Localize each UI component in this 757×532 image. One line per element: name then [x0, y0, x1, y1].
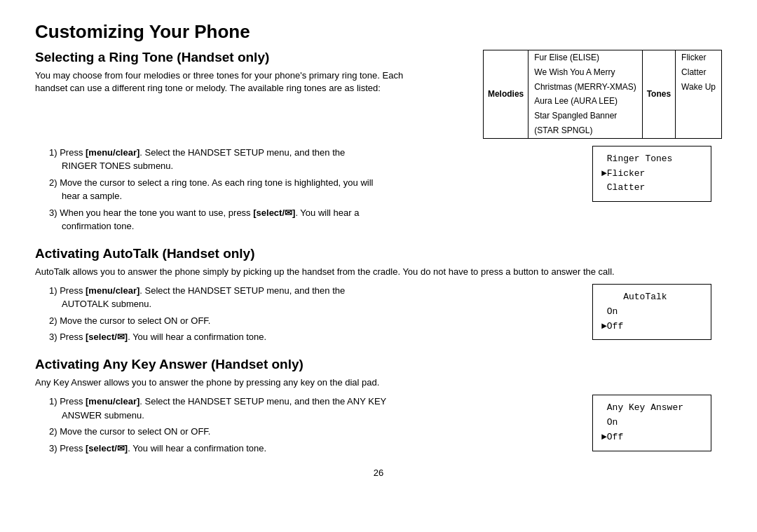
lcd-line: ►Flicker — [601, 167, 702, 182]
section-ring-tone: Selecting a Ring Tone (Handset only) You… — [35, 50, 722, 236]
lcd-line: Any Key Answer — [601, 401, 702, 416]
section-autotalk: Activating AutoTalk (Handset only) AutoT… — [35, 246, 722, 347]
step-item: 2) Move the cursor to select ON or OFF. — [49, 425, 435, 439]
page-title: Customizing Your Phone — [35, 21, 722, 43]
tone-item: Flicker — [676, 50, 721, 65]
lcd-line: Ringer Tones — [601, 152, 702, 167]
section1-intro: You may choose from four melodies or thr… — [35, 69, 435, 95]
lcd-line: On — [601, 416, 702, 430]
tones-items: Flicker Clatter Wake Up — [676, 50, 721, 138]
section3-lcd-aside: Any Key Answer On ►Off — [592, 395, 722, 451]
section2-heading: Activating AutoTalk (Handset only) — [35, 246, 722, 261]
lcd-line: ►Off — [601, 430, 702, 445]
lcd-line: AutoTalk — [601, 290, 702, 305]
section1-steps: 1) Press [menu/clear]. Select the HANDSE… — [35, 146, 435, 233]
lcd-line: ►Off — [601, 320, 702, 334]
melodies-tones-table: Melodies Fur Elise (ELISE) We Wish You A… — [483, 50, 722, 139]
section2-lcd-aside: AutoTalk On ►Off — [592, 284, 722, 340]
tones-label: Tones — [643, 50, 676, 138]
section-any-key-answer: Activating Any Key Answer (Handset only)… — [35, 357, 722, 458]
page-number: 26 — [35, 468, 722, 478]
step-item: 3) Press [select/✉]. You will hear a con… — [49, 330, 435, 344]
step-item: 1) Press [menu/clear]. Select the HANDSE… — [49, 284, 435, 311]
section2-intro: AutoTalk allows you to answer the phone … — [35, 266, 722, 278]
tone-item: Clatter — [676, 65, 721, 80]
section2-steps: 1) Press [menu/clear]. Select the HANDSE… — [35, 284, 435, 344]
step-item: 1) Press [menu/clear]. Select the HANDSE… — [49, 395, 435, 422]
ringer-tones-lcd: Ringer Tones ►Flicker Clatter — [592, 146, 711, 202]
tone-item: Wake Up — [676, 80, 721, 95]
melody-item: Christmas (MERRY-XMAS) — [528, 80, 641, 95]
step-item: 2) Move the cursor to select ON or OFF. — [49, 314, 435, 328]
section1-lcd-aside: Ringer Tones ►Flicker Clatter — [592, 146, 722, 202]
melodies-label: Melodies — [484, 50, 528, 138]
melody-item: Star Spangled Banner — [528, 109, 641, 123]
step-item: 3) Press [select/✉]. You will hear a con… — [49, 442, 435, 456]
melody-item: Fur Elise (ELISE) — [528, 50, 641, 65]
section3-heading: Activating Any Key Answer (Handset only) — [35, 357, 722, 372]
melody-item: (STAR SPNGL) — [528, 123, 641, 138]
autotalk-lcd: AutoTalk On ►Off — [592, 284, 711, 340]
any-key-answer-lcd: Any Key Answer On ►Off — [592, 395, 711, 451]
lcd-line: Clatter — [601, 181, 702, 196]
step-item: 3) When you hear the tone you want to us… — [49, 206, 435, 233]
melody-item: Aura Lee (AURA LEE) — [528, 94, 641, 109]
step-item: 1) Press [menu/clear]. Select the HANDSE… — [49, 146, 435, 173]
section1-heading: Selecting a Ring Tone (Handset only) — [35, 50, 469, 65]
lcd-line: On — [601, 305, 702, 320]
section3-steps: 1) Press [menu/clear]. Select the HANDSE… — [35, 395, 435, 455]
melodies-items: Fur Elise (ELISE) We Wish You A Merry Ch… — [528, 50, 642, 138]
melody-item: We Wish You A Merry — [528, 65, 641, 80]
step-item: 2) Move the cursor to select a ring tone… — [49, 176, 435, 203]
section3-intro: Any Key Answer allows you to answer the … — [35, 376, 435, 389]
